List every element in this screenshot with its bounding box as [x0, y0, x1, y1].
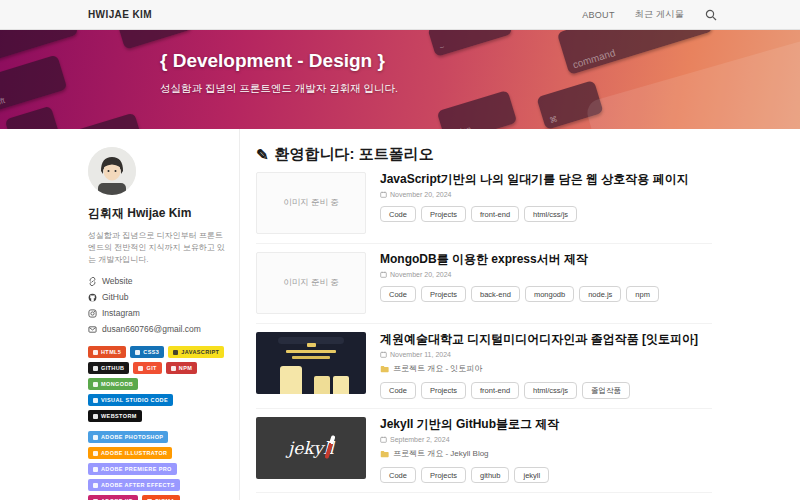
- avatar: [88, 147, 136, 195]
- tag[interactable]: Projects: [421, 286, 466, 302]
- post-thumbnail[interactable]: [256, 332, 366, 394]
- badge-label: JAVASCRIPT: [181, 349, 219, 355]
- post-date: November 11, 2024: [380, 351, 712, 358]
- post-thumbnail[interactable]: jekyll: [256, 417, 366, 479]
- post-date: November 20, 2024: [380, 271, 712, 278]
- post-excerpt[interactable]: 프로젝트 개요 - 잇토피아: [380, 363, 712, 374]
- badge-premiere[interactable]: ADOBE PREMIERE PRO: [88, 463, 177, 475]
- post-row: 계원예술대학교 디지털미디어디자인과 졸업작품 [잇토피아] November …: [256, 324, 712, 409]
- post-thumbnail-placeholder[interactable]: 이미지 준비 중: [256, 172, 366, 234]
- post-row: No CSS Club 미니게임 June 20, 2024 프로젝트 개요 -…: [256, 493, 712, 500]
- tag[interactable]: Code: [380, 206, 416, 222]
- link-label: Website: [102, 276, 133, 286]
- post-thumbnail-placeholder[interactable]: 이미지 준비 중: [256, 252, 366, 314]
- page-title-text: 환영합니다: 포트폴리오: [275, 145, 434, 164]
- thumb-text-shape: [286, 350, 336, 353]
- tag[interactable]: front-end: [471, 206, 519, 222]
- thumb-text-shape: [292, 356, 330, 359]
- badge-label: ADOBE ILLUSTRATOR: [101, 450, 167, 456]
- badge-webstorm[interactable]: WEBSTORM: [88, 410, 142, 422]
- content-area: 김휘재 Hwijae Kim 성실함과 집념으로 디자인부터 프론트엔드의 전반…: [0, 129, 800, 500]
- badge-label: NPM: [179, 365, 192, 371]
- badge-javascript[interactable]: JAVASCRIPT: [168, 346, 224, 358]
- tag[interactable]: jekyll: [514, 467, 549, 483]
- keyboard-key: [0, 30, 78, 61]
- post-date-text: November 20, 2024: [390, 271, 451, 278]
- keyboard-key: [118, 30, 193, 50]
- post-date-text: November 11, 2024: [390, 351, 451, 358]
- link-instagram[interactable]: Instagram: [88, 308, 225, 318]
- tag[interactable]: Code: [380, 286, 416, 302]
- tag[interactable]: html/css/js: [524, 206, 577, 222]
- link-github[interactable]: GitHub: [88, 292, 225, 302]
- tag[interactable]: front-end: [471, 382, 519, 399]
- badge-vscode[interactable]: VISUAL STUDIO CODE: [88, 394, 173, 406]
- tag[interactable]: Projects: [421, 206, 466, 222]
- badge-label: VISUAL STUDIO CODE: [101, 397, 168, 403]
- html5-icon: [93, 350, 98, 355]
- page-title: ✎ 환영합니다: 포트폴리오: [256, 145, 712, 164]
- badge-css3[interactable]: CSS3: [130, 346, 164, 358]
- premiere-icon: [93, 467, 98, 472]
- badge-github[interactable]: GITHUB: [88, 362, 129, 374]
- badge-label: ADOBE PREMIERE PRO: [101, 466, 172, 472]
- badge-aftereffects[interactable]: ADOBE AFTER EFFECTS: [88, 479, 180, 491]
- badge-git[interactable]: GIT: [133, 362, 161, 374]
- badge-figma[interactable]: FIGMA: [142, 495, 180, 500]
- post-excerpt-text: 프로젝트 개요 - Jekyll Blog: [393, 448, 489, 459]
- post-excerpt[interactable]: 프로젝트 개요 - Jekyll Blog: [380, 448, 712, 459]
- keyboard-key-shift: shift: [0, 55, 67, 114]
- nav-recent-posts[interactable]: 최근 게시물: [635, 8, 684, 21]
- tag[interactable]: html/css/js: [524, 382, 577, 399]
- tag[interactable]: node.js: [579, 286, 621, 302]
- post-title[interactable]: JavaScript기반의 나의 일대기를 담은 웹 상호작용 페이지: [380, 172, 712, 187]
- post-title[interactable]: 계원예술대학교 디지털미디어디자인과 졸업작품 [잇토피아]: [380, 332, 712, 347]
- tag[interactable]: mongodb: [525, 286, 574, 302]
- badge-mongodb[interactable]: MONGODB: [88, 378, 138, 390]
- calendar-icon: [380, 271, 387, 278]
- badge-illustrator[interactable]: ADOBE ILLUSTRATOR: [88, 447, 172, 459]
- post-body: 계원예술대학교 디지털미디어디자인과 졸업작품 [잇토피아] November …: [380, 332, 712, 399]
- keyboard-key: ~: [427, 30, 512, 57]
- badge-label: GITHUB: [101, 365, 124, 371]
- link-label: Instagram: [102, 308, 140, 318]
- tag[interactable]: Projects: [421, 467, 466, 483]
- design-skill-badges: ADOBE PHOTOSHOP ADOBE ILLUSTRATOR ADOBE …: [88, 431, 225, 500]
- tag[interactable]: 졸업작품: [582, 382, 630, 399]
- thumb-chip-shape: [307, 343, 316, 347]
- keyboard-key-control: control: [67, 112, 143, 129]
- post-body: JavaScript기반의 나의 일대기를 담은 웹 상호작용 페이지 Nove…: [380, 172, 712, 234]
- badge-label: ADOBE AFTER EFFECTS: [101, 482, 175, 488]
- keyboard-key-fn: fn: [5, 106, 60, 129]
- github-icon: [88, 293, 97, 302]
- badge-npm[interactable]: NPM: [166, 362, 197, 374]
- link-email[interactable]: dusan660766@gmail.com: [88, 324, 225, 334]
- link-icon: [88, 277, 97, 286]
- javascript-icon: [173, 350, 178, 355]
- calendar-icon: [380, 436, 387, 443]
- search-icon[interactable]: [704, 8, 718, 22]
- badge-photoshop[interactable]: ADOBE PHOTOSHOP: [88, 431, 168, 443]
- mongodb-icon: [93, 382, 98, 387]
- post-title[interactable]: Jekyll 기반의 GitHub블로그 제작: [380, 417, 712, 432]
- tag[interactable]: back-end: [471, 286, 520, 302]
- thumb-phone-shape: [314, 376, 330, 394]
- tag[interactable]: Code: [380, 382, 416, 399]
- post-excerpt-text: 프로젝트 개요 - 잇토피아: [393, 363, 482, 374]
- link-website[interactable]: Website: [88, 276, 225, 286]
- photoshop-icon: [93, 435, 98, 440]
- nav-about[interactable]: ABOUT: [582, 10, 615, 20]
- tag[interactable]: npm: [626, 286, 659, 302]
- git-icon: [138, 366, 143, 371]
- badge-html5[interactable]: HTML5: [88, 346, 126, 358]
- tag[interactable]: github: [471, 467, 509, 483]
- profile-sidebar: 김휘재 Hwijae Kim 성실함과 집념으로 디자인부터 프론트엔드의 전반…: [88, 129, 240, 500]
- thumb-phone-shape: [280, 366, 302, 394]
- tag[interactable]: Projects: [421, 382, 466, 399]
- tag[interactable]: Code: [380, 467, 416, 483]
- badge-label: MONGODB: [101, 381, 133, 387]
- badge-adobexd[interactable]: ADOBE XD: [88, 495, 138, 500]
- badge-label: WEBSTORM: [101, 413, 137, 419]
- post-title[interactable]: MongoDB를 이용한 express서버 제작: [380, 252, 712, 267]
- site-brand[interactable]: HWIJAE KIM: [88, 9, 152, 20]
